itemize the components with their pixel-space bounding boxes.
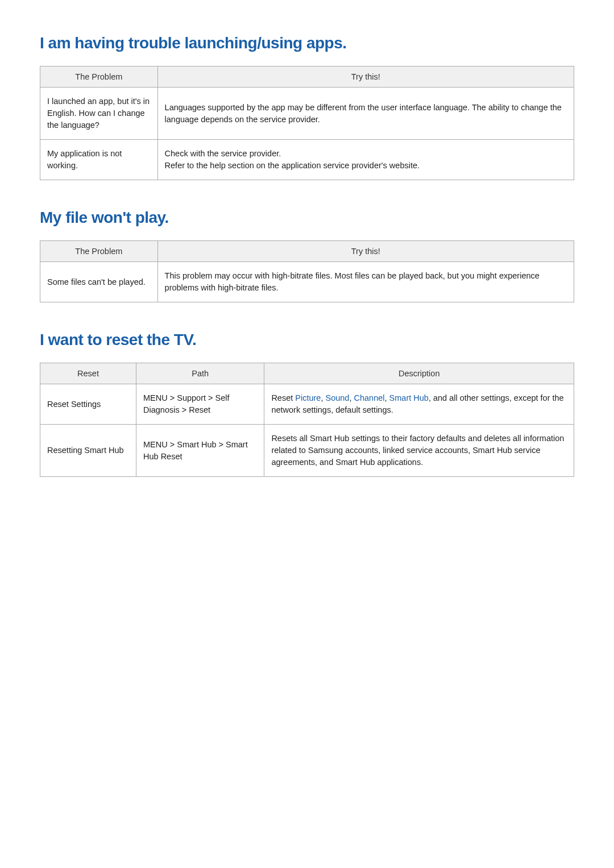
col-reset: Reset [40,363,136,384]
col-trythis: Try this! [157,67,574,88]
cell-name: Reset Settings [40,384,136,425]
col-description: Description [264,363,574,384]
col-path: Path [136,363,264,384]
table-file: The Problem Try this! Some files can't b… [40,240,574,302]
table-row: My application is not working. Check wit… [40,140,574,180]
cell-problem: I launched an app, but it's in English. … [40,88,158,140]
table-reset: Reset Path Description Reset Settings ME… [40,363,574,477]
section-file: My file won't play. The Problem Try this… [40,209,574,302]
cell-description: Reset Picture, Sound, Channel, Smart Hub… [264,384,574,425]
emph-term: Smart Hub [389,393,429,402]
cell-name: Resetting Smart Hub [40,425,136,477]
cell-description: Resets all Smart Hub settings to their f… [264,425,574,477]
table-row: Reset Settings MENU > Support > Self Dia… [40,384,574,425]
table-row: Some files can't be played. This problem… [40,262,574,302]
cell-solution: This problem may occur with high-bitrate… [157,262,574,302]
col-trythis: Try this! [157,241,574,262]
table-header-row: The Problem Try this! [40,241,574,262]
table-header-row: The Problem Try this! [40,67,574,88]
heading-reset: I want to reset the TV. [40,331,574,349]
table-row: I launched an app, but it's in English. … [40,88,574,140]
cell-solution: Languages supported by the app may be di… [157,88,574,140]
col-problem: The Problem [40,241,158,262]
cell-path: MENU > Support > Self Diagnosis > Reset [136,384,264,425]
emph-term: Picture [295,393,321,402]
section-reset: I want to reset the TV. Reset Path Descr… [40,331,574,477]
cell-path: MENU > Smart Hub > Smart Hub Reset [136,425,264,477]
heading-file: My file won't play. [40,209,574,227]
table-apps: The Problem Try this! I launched an app,… [40,66,574,180]
emph-term: Channel [354,393,385,402]
cell-problem: My application is not working. [40,140,158,180]
col-problem: The Problem [40,67,158,88]
cell-problem: Some files can't be played. [40,262,158,302]
table-header-row: Reset Path Description [40,363,574,384]
heading-apps: I am having trouble launching/using apps… [40,34,574,52]
emph-term: Sound [326,393,350,402]
section-apps: I am having trouble launching/using apps… [40,34,574,180]
cell-solution: Check with the service provider. Refer t… [157,140,574,180]
table-row: Resetting Smart Hub MENU > Smart Hub > S… [40,425,574,477]
